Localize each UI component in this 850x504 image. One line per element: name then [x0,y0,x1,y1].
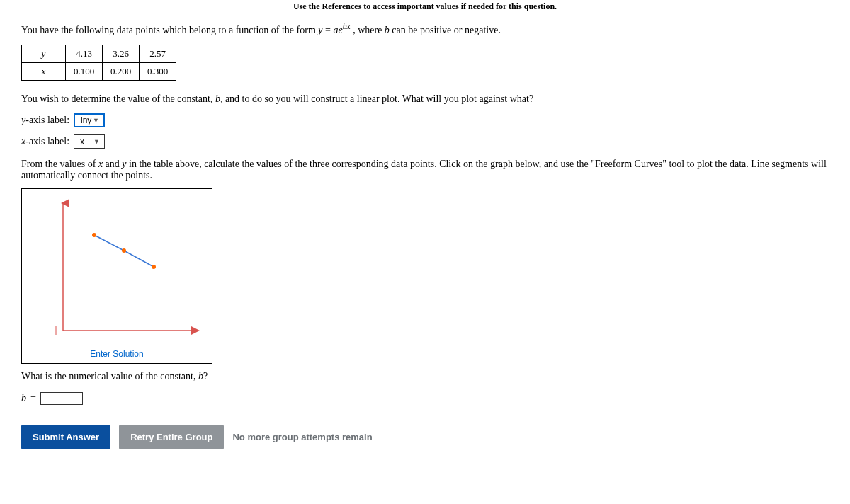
const-b-question: What is the numerical value of the const… [21,371,829,382]
y-label-suffix: -axis label: [26,115,69,125]
constb-pre: What is the numerical value of the const… [21,371,198,382]
plot-point [152,265,156,269]
b-input-row: b = [21,392,829,405]
y-axis-value: lny [81,115,91,125]
intro-pre: You have the following data points which… [21,25,318,35]
graph-svg [29,196,205,346]
data-table: y 4.13 3.26 2.57 x 0.100 0.200 0.300 [21,45,176,81]
determine-b: b [215,93,220,104]
intro-post: , where [351,25,385,35]
cell: 3.26 [103,45,140,62]
y-axis-row: y-axis label: lny ▼ [21,113,829,127]
calc-instructions: From the values of x and y in the table … [21,159,829,181]
graph-plot-area[interactable] [29,196,205,346]
table-row: x 0.100 0.200 0.300 [22,62,176,80]
instr-mid1: and [103,159,122,169]
y-axis-select[interactable]: lny ▼ [74,113,105,127]
instr-mid2: in the table above, calculate the values… [21,159,827,181]
intro-post2: can be positive or negative. [390,25,501,35]
x-axis-row: x-axis label: x ▼ [21,134,829,149]
chevron-down-icon: ▼ [94,138,100,145]
cell: 2.57 [140,45,176,62]
retry-group-button[interactable]: Retry Entire Group [119,425,224,449]
eq-eq: = [323,25,334,35]
attempts-status: No more group attempts remain [232,432,372,442]
x-axis-select[interactable]: x ▼ [74,134,105,149]
x-axis-label: x-axis label: [21,136,69,147]
plot-point [122,248,126,253]
y-axis-label: y-axis label: [21,115,69,126]
x-axis-value: x [80,137,84,147]
eq-exp: bx [343,22,351,31]
references-hint: Use the References to access important v… [21,0,829,22]
submit-answer-button[interactable]: Submit Answer [21,425,110,449]
graph-container[interactable]: Enter Solution [21,188,212,364]
instr-pre: From the values of [21,159,98,169]
chevron-down-icon: ▼ [93,117,99,124]
x-label-suffix: -axis label: [26,136,69,147]
plot-point [92,233,96,237]
b-label: b [21,393,26,404]
b-input[interactable] [40,392,83,405]
intro-bvar: b [385,25,390,35]
enter-solution-link[interactable]: Enter Solution [29,346,205,359]
determine-pre: You wish to determine the value of the c… [21,93,215,104]
cell: 0.200 [103,62,140,80]
cell: 0.100 [66,62,103,80]
intro-text: You have the following data points which… [21,22,829,36]
table-row: y 4.13 3.26 2.57 [22,45,176,62]
plot-segment [124,251,154,267]
plot-segment [94,235,124,251]
b-eq-sign: = [30,393,36,404]
button-row: Submit Answer Retry Entire Group No more… [21,425,829,449]
eq-ae: ae [333,25,342,35]
row-header-y: y [22,45,66,62]
cell: 4.13 [66,45,103,62]
constb-b: b [198,371,203,382]
constb-post: ? [203,371,208,382]
cell: 0.300 [140,62,176,80]
determine-text: You wish to determine the value of the c… [21,93,829,105]
row-header-x: x [22,62,66,80]
determine-post: , and to do so you will construct a line… [220,93,533,104]
